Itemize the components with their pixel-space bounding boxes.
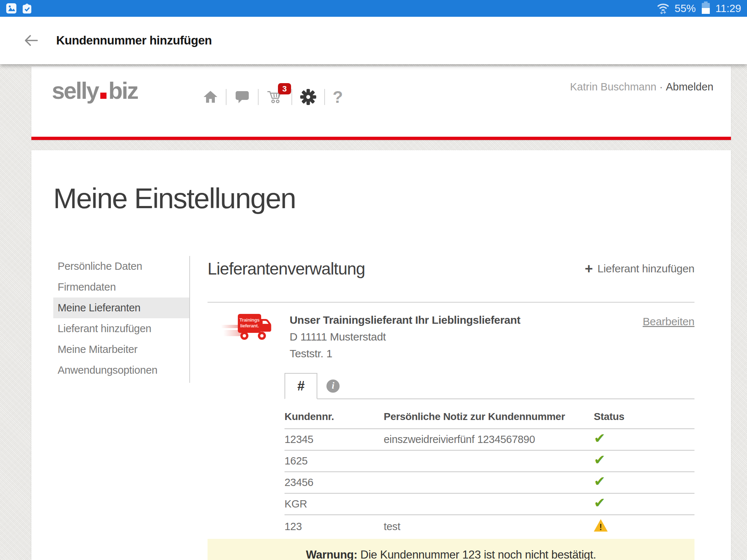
user-area: Katrin Buschmann·Abmelden <box>570 81 713 93</box>
settings-gear-icon[interactable] <box>300 89 317 105</box>
column-header: Kundennr. <box>285 399 384 429</box>
screen: 55% 11:29 Kundennummer hinzufügen sellyb… <box>0 0 747 560</box>
warning-banner: Warnung: Die Kundennummer 123 ist noch n… <box>208 539 694 560</box>
battery-icon <box>702 3 710 14</box>
status-bar: 55% 11:29 <box>0 0 747 17</box>
customer-number-cell: 12345 <box>285 429 384 450</box>
cart-icon[interactable]: 3 <box>266 89 284 105</box>
divider <box>324 89 325 105</box>
customer-number-cell: 23456 <box>285 472 384 493</box>
supplier-management-panel: Lieferantenverwaltung + Lieferant hinzuf… <box>190 256 731 560</box>
status-cell: ✔ <box>594 493 694 515</box>
customer-number-cell: 123 <box>285 515 384 538</box>
status-ok-icon: ✔ <box>594 452 605 468</box>
section-heading: Lieferantenverwaltung <box>208 259 365 279</box>
status-ok-icon: ✔ <box>594 495 605 511</box>
status-cell: ✔ <box>594 472 694 493</box>
plus-icon: + <box>585 262 593 276</box>
add-supplier-link[interactable]: + Lieferant hinzufügen <box>585 262 694 276</box>
back-arrow-icon <box>23 32 39 48</box>
gallery-notification-icon <box>6 3 17 14</box>
clock: 11:29 <box>716 3 741 15</box>
note-cell <box>384 493 594 515</box>
brand-red-bar <box>31 137 731 140</box>
sidebar-item-meine-lieferanten[interactable]: Meine Lieferanten <box>53 298 189 318</box>
settings-sidebar: Persönliche DatenFirmendatenMeine Liefer… <box>53 256 190 383</box>
supplier-logo-truck-icon: Trainings lieferant. <box>221 312 272 343</box>
supplier-row: Trainings lieferant. Unser Trainingslief… <box>208 312 694 360</box>
sidebar-item-firmendaten[interactable]: Firmendaten <box>53 277 189 298</box>
table-row: KGR✔ <box>285 493 694 515</box>
logo-red-dot-icon <box>100 93 107 99</box>
logout-link[interactable]: Abmelden <box>666 81 713 93</box>
tab-info[interactable]: i <box>317 374 349 398</box>
table-row: 23456✔ <box>285 472 694 493</box>
battery-percent: 55% <box>675 3 696 15</box>
sidebar-item-meine-mitarbeiter[interactable]: Meine Mitarbeiter <box>53 339 189 360</box>
table-row: 123test! <box>285 515 694 538</box>
status-indicators: 55% 11:29 <box>643 2 741 15</box>
bluetooth-icon <box>643 2 651 15</box>
sidebar-item-lieferant-hinzufügen[interactable]: Lieferant hinzufügen <box>53 318 189 339</box>
customer-number-cell: 1625 <box>285 450 384 472</box>
status-ok-icon: ✔ <box>594 430 605 446</box>
selly-logo[interactable]: sellybiz <box>52 77 138 104</box>
settings-title: Meine Einstellungen <box>53 182 731 215</box>
app-bar: Kundennummer hinzufügen <box>0 17 747 64</box>
customer-number-table: Kundennr.Persönliche Notiz zur Kundennum… <box>285 399 694 538</box>
tab-customer-numbers[interactable]: # <box>285 373 317 399</box>
supplier-street: Teststr. 1 <box>290 347 643 360</box>
user-name: Katrin Buschmann <box>570 81 657 93</box>
supplier-info: Unser Trainingslieferant Ihr Lieblingsli… <box>290 314 643 360</box>
divider <box>258 89 259 105</box>
svg-text:lieferant.: lieferant. <box>240 323 259 328</box>
status-warning-icon: ! <box>594 519 608 532</box>
cart-badge: 3 <box>278 83 291 94</box>
help-icon[interactable]: ? <box>333 89 343 105</box>
info-icon: i <box>326 380 340 393</box>
divider <box>208 302 694 303</box>
column-header: Status <box>594 399 694 429</box>
clipboard-check-notification-icon <box>22 3 32 14</box>
edit-supplier-link[interactable]: Bearbeiten <box>643 315 694 328</box>
sidebar-item-anwendungsoptionen[interactable]: Anwendungsoptionen <box>53 360 189 381</box>
wifi-icon <box>657 2 670 15</box>
note-cell: einszweidreivierfünf 1234567890 <box>384 429 594 450</box>
note-cell: test <box>384 515 594 538</box>
status-cell: ! <box>594 515 694 538</box>
status-cell: ✔ <box>594 429 694 450</box>
column-header: Persönliche Notiz zur Kundennummer <box>384 399 594 429</box>
svg-text:Trainings: Trainings <box>239 317 259 323</box>
header-icon-row: 3 <box>203 85 343 109</box>
status-cell: ✔ <box>594 450 694 472</box>
status-ok-icon: ✔ <box>594 473 605 489</box>
table-header-row: Kundennr.Persönliche Notiz zur Kundennum… <box>285 399 694 429</box>
supplier-city: D 11111 Musterstadt <box>290 331 643 343</box>
table-row: 12345einszweidreivierfünf 1234567890✔ <box>285 429 694 450</box>
sidebar-item-persönliche-daten[interactable]: Persönliche Daten <box>53 256 189 277</box>
divider <box>226 89 227 105</box>
settings-card: Meine Einstellungen Persönliche DatenFir… <box>31 150 731 560</box>
note-cell <box>384 450 594 472</box>
site-header: sellybiz 3 <box>31 66 731 140</box>
table-row: 1625✔ <box>285 450 694 472</box>
divider <box>291 89 292 105</box>
note-cell <box>384 472 594 493</box>
customer-number-cell: KGR <box>285 493 384 515</box>
back-button[interactable] <box>22 31 40 50</box>
chat-icon[interactable] <box>234 90 250 104</box>
page-title: Kundennummer hinzufügen <box>56 34 212 47</box>
supplier-name: Unser Trainingslieferant Ihr Lieblingsli… <box>290 314 643 326</box>
supplier-tab-bar: # i <box>285 373 694 399</box>
home-icon[interactable] <box>203 90 218 104</box>
notification-icons <box>6 3 32 14</box>
